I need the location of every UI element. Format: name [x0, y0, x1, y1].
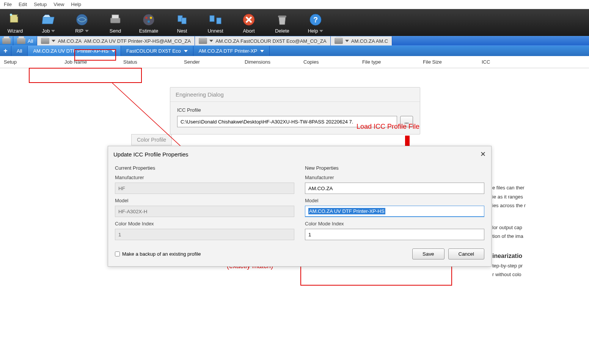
backup-checkbox-row[interactable]: Make a backup of an existing profile: [115, 251, 201, 257]
job-label: Job: [42, 28, 50, 34]
new-model-value: AM.CO.ZA UV DTF Printer-XP-HS: [308, 208, 385, 214]
tab-label: FastCOLOUR DX5T Eco: [126, 48, 181, 54]
colormode-label: Color Mode Index: [305, 221, 484, 227]
tab-printer-2[interactable]: AM.CO.ZA FastCOLOUR DX5T Eco@AM_CO_ZA: [195, 36, 331, 45]
tab-printer-uv-dtf[interactable]: AM.CO.ZA UV DTF Printer-XP-HS: [28, 46, 121, 56]
svg-rect-5: [112, 15, 119, 19]
printer-icon: [2, 38, 11, 44]
tab-label: AM.CO.ZA AM.C: [351, 38, 388, 44]
rip-label: RIP: [75, 28, 83, 34]
new-model-field[interactable]: AM.CO.ZA UV DTF Printer-XP-HS: [305, 206, 484, 217]
chevron-down-icon: [52, 40, 55, 42]
color-profile-tab[interactable]: Color Profile: [131, 134, 172, 145]
job-button[interactable]: Job: [37, 12, 60, 34]
job-list-headers: Setup Job Name Status Sender Dimensions …: [0, 56, 589, 68]
tab-printer-dtf[interactable]: AM.CO.ZA DTF Printer-XP: [193, 46, 270, 56]
tab-label: All: [28, 38, 33, 44]
manufacturer-label: Manufacturer: [305, 175, 484, 180]
menu-setup[interactable]: Setup: [34, 2, 47, 7]
nest-icon: [174, 12, 190, 27]
col-icc[interactable]: ICC: [478, 56, 523, 68]
chevron-down-icon: [85, 30, 89, 32]
unnest-button[interactable]: Unnest: [204, 12, 227, 34]
svg-rect-11: [182, 18, 186, 24]
main-area: Engineering Dialog ICC Profile ... Color…: [0, 68, 589, 341]
menu-file[interactable]: File: [4, 2, 12, 7]
svg-rect-0: [10, 15, 18, 22]
main-toolbar: Wizard Job RIP Send Estimate Nest Unnest…: [0, 9, 589, 36]
abort-button[interactable]: Abort: [237, 12, 260, 34]
send-icon: [108, 12, 123, 27]
current-properties-group: Current Properties Manufacturer Model Co…: [115, 165, 294, 240]
backup-checkbox[interactable]: [115, 252, 120, 256]
tab-all-printers[interactable]: All: [11, 46, 28, 56]
abort-label: Abort: [243, 28, 254, 34]
svg-point-2: [10, 14, 12, 16]
col-setup[interactable]: Setup: [0, 56, 61, 68]
new-group-label: New Properties: [305, 165, 484, 171]
col-status[interactable]: Status: [119, 56, 180, 68]
help-label: Help: [308, 28, 318, 34]
manufacturer-label: Manufacturer: [115, 175, 294, 180]
chevron-down-icon: [184, 50, 188, 52]
new-manufacturer-field[interactable]: [305, 183, 484, 194]
svg-point-7: [145, 17, 148, 19]
tab-label: All: [17, 48, 22, 54]
svg-rect-13: [217, 18, 221, 24]
estimate-icon: [141, 12, 156, 27]
col-filesize[interactable]: File Size: [419, 56, 478, 68]
tab-all[interactable]: All: [13, 36, 37, 45]
save-button[interactable]: Save: [412, 248, 444, 259]
cancel-button[interactable]: Cancel: [448, 248, 485, 259]
printer-icon: [199, 38, 207, 44]
nest-label: Nest: [177, 28, 187, 34]
tab-printer-fastcolour[interactable]: FastCOLOUR DX5T Eco: [121, 46, 193, 56]
col-dimensions[interactable]: Dimensions: [241, 56, 300, 68]
printer-icon: [335, 38, 343, 44]
job-icon: [41, 12, 56, 27]
unnest-icon: [208, 12, 223, 27]
delete-button[interactable]: Delete: [271, 12, 294, 34]
chevron-down-icon: [209, 40, 213, 42]
menu-edit[interactable]: Edit: [19, 2, 27, 7]
tab-label: AM.CO.ZA UV DTF Printer-XP-HS: [33, 48, 108, 54]
side-line: tep-by-step pr: [492, 262, 589, 270]
tab-label: AM.CO.ZA DTF Printer-XP: [199, 48, 258, 54]
help-icon: ?: [308, 12, 323, 27]
wizard-button[interactable]: Wizard: [4, 12, 27, 34]
col-filetype[interactable]: File type: [358, 56, 419, 68]
send-button[interactable]: Send: [104, 12, 127, 34]
menu-help[interactable]: Help: [71, 2, 81, 7]
col-jobname[interactable]: Job Name: [61, 56, 119, 68]
wizard-label: Wizard: [8, 28, 23, 34]
tab-label-ext: AM.CO.ZA UV DTF Printer-XP-HS@AM_CO_ZA: [84, 38, 191, 44]
add-printer-button[interactable]: +: [0, 46, 11, 56]
col-sender[interactable]: Sender: [180, 56, 241, 68]
svg-text:?: ?: [313, 16, 318, 24]
estimate-button[interactable]: Estimate: [137, 12, 160, 34]
tab-device-add[interactable]: [0, 36, 13, 45]
new-colormode-field[interactable]: [305, 229, 484, 240]
icc-profile-label: ICC Profile: [177, 107, 413, 113]
current-model-field: [115, 206, 294, 217]
menu-view[interactable]: View: [53, 2, 64, 7]
chevron-down-icon: [112, 50, 115, 52]
model-label: Model: [305, 198, 484, 203]
engineering-dialog-title: Engineering Dialog: [170, 87, 420, 102]
update-icc-dialog: Update ICC Profile Properties ✕ Current …: [108, 146, 492, 267]
colormode-label: Color Mode Index: [115, 221, 294, 227]
delete-icon: [275, 12, 290, 27]
rip-button[interactable]: RIP: [71, 12, 93, 34]
dialog-title: Update ICC Profile Properties: [113, 151, 188, 158]
svg-rect-12: [210, 16, 214, 22]
tab-label: AM.CO.ZA: [58, 38, 82, 44]
help-button[interactable]: ? Help: [304, 12, 327, 34]
side-line: lor output cap: [492, 224, 589, 231]
tab-printer-3[interactable]: AM.CO.ZA AM.C: [331, 36, 393, 45]
close-button[interactable]: ✕: [480, 150, 486, 158]
col-copies[interactable]: Copies: [300, 56, 358, 68]
annotation-text: Load ICC Profile File: [357, 123, 419, 131]
chevron-down-icon: [319, 30, 323, 32]
tab-printer-1[interactable]: AM.CO.ZAAM.CO.ZA UV DTF Printer-XP-HS@AM…: [37, 36, 195, 45]
nest-button[interactable]: Nest: [171, 12, 193, 34]
